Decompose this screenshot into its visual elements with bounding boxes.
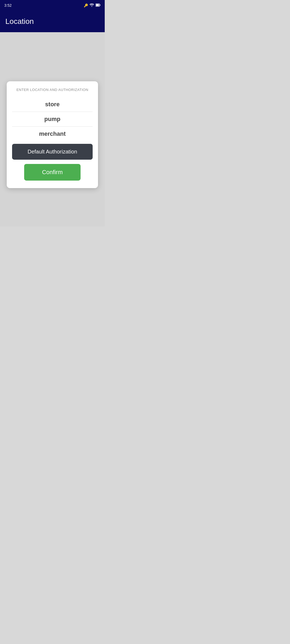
page-title: Location [5, 17, 34, 26]
map-area: ENTER LOCATION AND AUTHORIZATION store p… [0, 32, 105, 226]
dialog-card: ENTER LOCATION AND AUTHORIZATION store p… [7, 81, 98, 188]
status-time: 3:52 [4, 3, 12, 8]
pump-value: pump [44, 116, 60, 122]
pump-field-row: pump [12, 112, 93, 127]
store-field-row: store [12, 97, 93, 112]
svg-rect-1 [100, 4, 100, 6]
svg-rect-2 [96, 4, 99, 6]
store-value: store [45, 101, 60, 108]
default-authorization-button[interactable]: Default Authorization [12, 144, 93, 160]
confirm-button[interactable]: Confirm [24, 164, 81, 181]
merchant-field-row: merchant [12, 127, 93, 141]
wifi-icon [90, 3, 94, 8]
merchant-value: merchant [39, 130, 66, 137]
dialog-title: ENTER LOCATION AND AUTHORIZATION [12, 88, 93, 92]
status-bar: 3:52 🔑 [0, 0, 105, 11]
app-header: Location [0, 11, 105, 32]
key-icon: 🔑 [84, 3, 88, 8]
status-icons: 🔑 [84, 3, 100, 8]
battery-icon [96, 3, 100, 8]
